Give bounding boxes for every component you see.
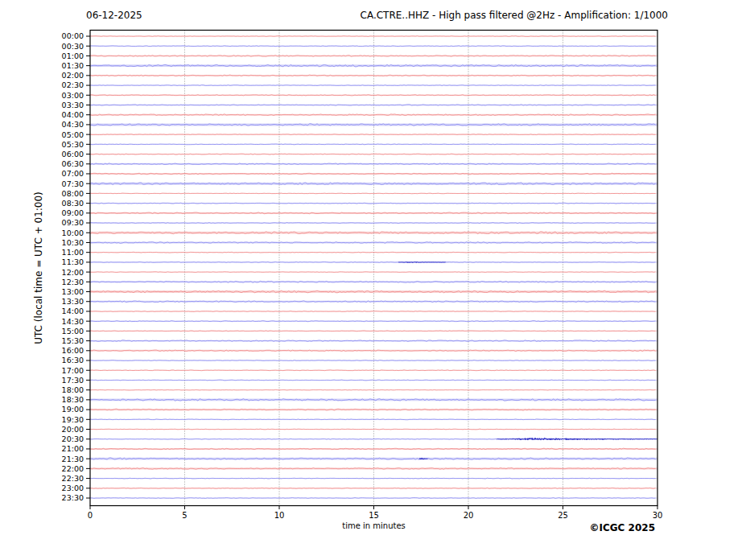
y-tick-label: 23:00 (62, 484, 84, 492)
y-tick-label: 18:30 (62, 395, 84, 404)
y-tick-label: 11:30 (62, 257, 84, 266)
y-tick-label: 22:30 (62, 474, 84, 483)
copyright: ©ICGC 2025 (589, 522, 655, 533)
y-tick-label: 02:00 (62, 71, 84, 80)
y-tick-label: 18:00 (62, 385, 84, 394)
x-tick-label: 30 (653, 511, 663, 520)
y-tick-label: 17:00 (62, 366, 84, 375)
y-tick-label: 13:00 (62, 287, 84, 296)
y-tick-label: 09:30 (62, 218, 84, 227)
y-tick-label: 23:30 (62, 493, 84, 502)
y-tick-label: 04:30 (62, 120, 84, 129)
trace-row (90, 498, 656, 499)
y-tick-label: 08:00 (62, 189, 84, 198)
y-tick-label: 19:30 (62, 415, 84, 424)
helicorder-plot: 00:0000:3001:0001:3002:0002:3003:0003:30… (0, 0, 746, 560)
y-tick-label: 00:30 (62, 42, 84, 51)
y-tick-label: 08:30 (62, 199, 84, 208)
y-tick-label: 13:30 (62, 297, 84, 306)
plot-border (90, 31, 657, 506)
y-tick-label: 20:30 (62, 434, 84, 443)
trace-row (90, 193, 656, 194)
y-tick-label: 15:00 (62, 327, 84, 336)
y-tick-label: 22:00 (62, 464, 84, 473)
event-trace (398, 261, 446, 262)
y-tick-label: 06:00 (62, 150, 84, 159)
y-tick-label: 02:30 (62, 80, 84, 89)
helicorder-page: { "header": { "date": "06-12-2025", "tit… (0, 0, 746, 560)
y-tick-label: 17:30 (62, 376, 84, 385)
y-tick-label: 04:00 (62, 110, 84, 119)
y-tick-label: 21:00 (62, 444, 84, 453)
x-tick-label: 10 (274, 511, 285, 520)
y-tick-label: 12:30 (62, 278, 84, 286)
event-trace (497, 438, 657, 440)
y-tick-label: 14:30 (62, 317, 84, 326)
y-tick-label: 07:00 (62, 169, 84, 178)
x-tick-label: 15 (369, 511, 379, 520)
y-tick-label: 12:00 (62, 268, 84, 277)
y-tick-label: 14:00 (62, 307, 84, 315)
y-tick-label: 05:30 (62, 140, 84, 149)
y-tick-label: 21:30 (62, 455, 84, 463)
y-tick-label: 01:00 (62, 51, 84, 60)
y-tick-label: 01:30 (62, 61, 84, 70)
y-tick-label: 11:00 (62, 248, 84, 257)
y-tick-label: 10:30 (62, 238, 84, 247)
y-tick-label: 09:00 (62, 208, 84, 217)
y-tick-label: 16:30 (62, 356, 84, 364)
y-tick-label: 15:30 (62, 336, 84, 345)
x-axis-label: time in minutes (90, 521, 657, 530)
y-tick-label: 05:00 (62, 130, 84, 139)
x-tick-label: 5 (182, 511, 187, 520)
y-tick-label: 07:30 (62, 179, 84, 188)
y-tick-label: 10:00 (62, 229, 84, 237)
y-tick-label: 00:00 (62, 31, 84, 40)
y-tick-label: 19:00 (62, 405, 84, 414)
x-tick-label: 25 (558, 511, 568, 520)
y-tick-label: 03:00 (62, 91, 84, 100)
x-tick-label: 0 (88, 511, 93, 520)
y-tick-label: 20:00 (62, 425, 84, 434)
x-tick-label: 20 (464, 511, 474, 520)
y-tick-label: 03:30 (62, 101, 84, 109)
y-tick-label: 16:00 (62, 346, 84, 355)
y-tick-label: 06:30 (62, 159, 84, 168)
